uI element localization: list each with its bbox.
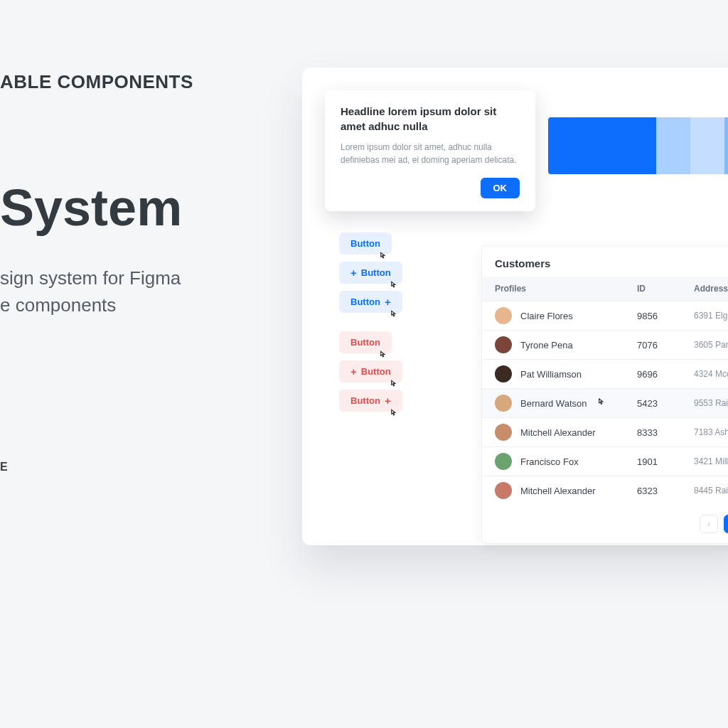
table-row[interactable]: Mitchell Alexander63238445 Railroa xyxy=(482,476,728,505)
button-samples: Button + Button Button + Button + Button… xyxy=(339,232,402,412)
button-label: Button xyxy=(350,395,380,406)
plus-icon: + xyxy=(350,267,357,278)
swatch-light1 xyxy=(656,117,690,174)
ok-button[interactable]: OK xyxy=(481,178,520,198)
id-cell: 9696 xyxy=(637,369,694,380)
address-cell: 3605 Parker xyxy=(694,340,728,350)
preview-panel: Headline lorem ipsum dolor sit amet adhu… xyxy=(302,68,728,545)
address-cell: 4324 Mcclel xyxy=(694,369,728,379)
button-label: Button xyxy=(350,238,380,249)
table-row[interactable]: Tyrone Pena70763605 Parker xyxy=(482,330,728,359)
table-row[interactable]: Pat Williamson96964324 Mcclel xyxy=(482,359,728,388)
customers-table: Customers Profiles ID Address Claire Flo… xyxy=(481,245,728,544)
profile-name: Francisco Fox xyxy=(520,456,579,467)
profile-name: Mitchell Alexander xyxy=(520,486,596,496)
address-cell: 9553 Railroa xyxy=(694,398,728,408)
pointer-cursor-icon xyxy=(388,379,398,389)
profile-name: Pat Williamson xyxy=(520,369,582,380)
swatch-primary xyxy=(548,117,656,174)
col-address: Address xyxy=(694,284,728,294)
button-label: Button xyxy=(361,366,391,377)
avatar xyxy=(495,307,512,324)
plus-icon: + xyxy=(350,366,357,377)
table-row[interactable]: Claire Flores98566391 Elgin St xyxy=(482,301,728,330)
profile-cell: Mitchell Alexander xyxy=(495,424,637,441)
plus-icon: + xyxy=(385,296,391,307)
pointer-cursor-icon xyxy=(378,350,387,360)
id-cell: 5423 xyxy=(637,398,694,409)
col-profiles: Profiles xyxy=(495,284,637,294)
color-swatches xyxy=(548,117,728,174)
pointer-cursor-icon xyxy=(388,408,398,418)
profile-name: Bernard Watson xyxy=(520,398,587,409)
alert-modal: Headline lorem ipsum dolor sit amet adhu… xyxy=(325,90,535,211)
pointer-cursor-icon xyxy=(388,280,398,290)
avatar xyxy=(495,365,512,382)
soft-blue-plus-right-button[interactable]: Button + xyxy=(339,291,402,313)
button-label: Button xyxy=(350,296,380,307)
pointer-cursor-icon xyxy=(388,309,398,319)
hero-sub-line2: e components xyxy=(0,292,284,319)
soft-red-plus-left-button[interactable]: + Button xyxy=(339,360,402,382)
profile-cell: Francisco Fox xyxy=(495,453,637,470)
cta-fragment: E xyxy=(0,461,284,473)
avatar xyxy=(495,453,512,470)
stat-label: ABLE COMPONENTS xyxy=(0,71,284,93)
avatar xyxy=(495,482,512,499)
hero-sub-line1: sign system for Figma xyxy=(0,265,284,292)
table-title: Customers xyxy=(482,246,728,277)
pointer-cursor-icon xyxy=(596,397,606,410)
avatar xyxy=(495,336,512,353)
table-row[interactable]: Bernard Watson54239553 Railroa xyxy=(482,388,728,417)
id-cell: 6323 xyxy=(637,486,694,496)
swatch-light2 xyxy=(690,117,724,174)
soft-blue-plus-left-button[interactable]: + Button xyxy=(339,262,402,284)
plus-icon: + xyxy=(385,395,391,406)
hero: ABLE COMPONENTS System sign system for F… xyxy=(0,71,284,473)
table-body: Claire Flores98566391 Elgin StTyrone Pen… xyxy=(482,301,728,505)
avatar xyxy=(495,424,512,441)
address-cell: 7183 Ash Dr, xyxy=(694,427,728,437)
profile-cell: Claire Flores xyxy=(495,307,637,324)
hero-subtitle: sign system for Figma e components xyxy=(0,265,284,318)
address-cell: 3421 Miller A xyxy=(694,456,728,466)
swatch-mid xyxy=(724,117,728,174)
id-cell: 1901 xyxy=(637,456,694,467)
id-cell: 9856 xyxy=(637,311,694,321)
pointer-cursor-icon xyxy=(378,251,387,261)
button-label: Button xyxy=(350,337,380,348)
profile-cell: Pat Williamson xyxy=(495,365,637,382)
table-row[interactable]: Mitchell Alexander83337183 Ash Dr, xyxy=(482,417,728,446)
id-cell: 8333 xyxy=(637,427,694,438)
soft-red-plus-right-button[interactable]: Button + xyxy=(339,390,402,412)
hero-title: System xyxy=(0,178,284,237)
page-1-button[interactable]: 1 xyxy=(724,515,728,533)
address-cell: 8445 Railroa xyxy=(694,486,728,496)
page-prev-button[interactable]: ‹ xyxy=(700,515,718,533)
modal-body: Lorem ipsum dolor sit amet, adhuc nulla … xyxy=(341,141,520,166)
profile-cell: Mitchell Alexander xyxy=(495,482,637,499)
address-cell: 6391 Elgin St xyxy=(694,311,728,321)
profile-name: Mitchell Alexander xyxy=(520,427,596,438)
profile-name: Tyrone Pena xyxy=(520,340,573,350)
profile-cell: Bernard Watson xyxy=(495,395,637,412)
profile-cell: Tyrone Pena xyxy=(495,336,637,353)
soft-blue-button[interactable]: Button xyxy=(339,232,392,255)
button-label: Button xyxy=(361,267,391,278)
avatar xyxy=(495,395,512,412)
modal-headline: Headline lorem ipsum dolor sit amet adhu… xyxy=(341,105,520,134)
table-header: Profiles ID Address xyxy=(482,277,728,301)
soft-red-button[interactable]: Button xyxy=(339,331,392,353)
chevron-left-icon: ‹ xyxy=(707,519,710,529)
col-id: ID xyxy=(637,284,694,294)
table-row[interactable]: Francisco Fox19013421 Miller A xyxy=(482,446,728,476)
id-cell: 7076 xyxy=(637,340,694,350)
profile-name: Claire Flores xyxy=(520,311,573,321)
pagination: ‹ 1 2 xyxy=(482,505,728,543)
